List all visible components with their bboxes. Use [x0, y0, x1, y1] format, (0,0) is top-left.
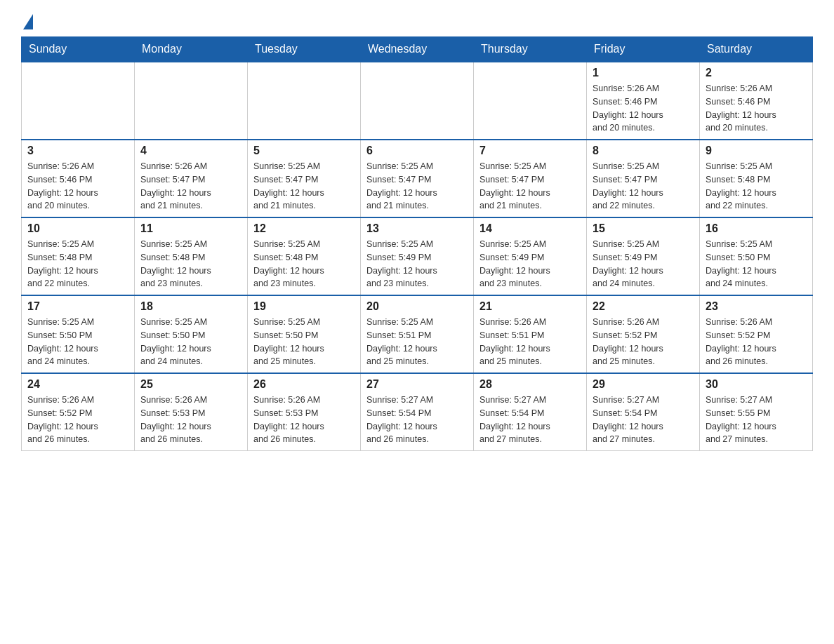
calendar-cell	[474, 62, 587, 140]
day-number: 11	[140, 222, 241, 235]
day-number: 8	[593, 145, 694, 157]
calendar-cell: 13Sunrise: 5:25 AMSunset: 5:49 PMDayligh…	[361, 217, 474, 295]
calendar-cell: 20Sunrise: 5:25 AMSunset: 5:51 PMDayligh…	[361, 295, 474, 373]
day-info: Sunrise: 5:25 AMSunset: 5:48 PMDaylight:…	[253, 238, 355, 290]
day-info: Sunrise: 5:27 AMSunset: 5:54 PMDaylight:…	[479, 394, 581, 446]
calendar-cell	[248, 62, 361, 140]
day-number: 26	[253, 378, 355, 391]
logo-triangle-icon	[23, 14, 33, 29]
day-number: 1	[593, 67, 694, 79]
calendar-cell: 14Sunrise: 5:25 AMSunset: 5:49 PMDayligh…	[474, 217, 587, 295]
day-info: Sunrise: 5:25 AMSunset: 5:48 PMDaylight:…	[706, 160, 807, 213]
day-info: Sunrise: 5:25 AMSunset: 5:47 PMDaylight:…	[593, 160, 694, 213]
day-info: Sunrise: 5:25 AMSunset: 5:47 PMDaylight:…	[253, 160, 355, 213]
day-number: 27	[366, 378, 468, 391]
calendar-cell: 4Sunrise: 5:26 AMSunset: 5:47 PMDaylight…	[135, 140, 248, 217]
day-info: Sunrise: 5:25 AMSunset: 5:50 PMDaylight:…	[253, 316, 355, 368]
day-of-week-header: Sunday	[22, 37, 135, 62]
day-info: Sunrise: 5:27 AMSunset: 5:54 PMDaylight:…	[593, 394, 694, 446]
day-number: 17	[27, 300, 128, 313]
day-number: 4	[140, 145, 241, 157]
calendar-cell: 16Sunrise: 5:25 AMSunset: 5:50 PMDayligh…	[700, 217, 813, 295]
calendar-cell	[22, 62, 135, 140]
day-info: Sunrise: 5:26 AMSunset: 5:51 PMDaylight:…	[479, 316, 581, 368]
day-number: 5	[253, 145, 355, 157]
day-number: 7	[479, 145, 581, 157]
day-info: Sunrise: 5:25 AMSunset: 5:48 PMDaylight:…	[140, 238, 241, 290]
calendar-table: SundayMondayTuesdayWednesdayThursdayFrid…	[21, 36, 813, 451]
day-number: 24	[27, 378, 128, 391]
day-number: 18	[140, 300, 241, 313]
day-info: Sunrise: 5:25 AMSunset: 5:51 PMDaylight:…	[366, 316, 468, 368]
calendar-week-row: 3Sunrise: 5:26 AMSunset: 5:46 PMDaylight…	[22, 140, 813, 217]
calendar-cell	[361, 62, 474, 140]
page-header	[21, 14, 813, 29]
day-number: 6	[366, 145, 468, 157]
day-info: Sunrise: 5:25 AMSunset: 5:48 PMDaylight:…	[27, 238, 128, 290]
day-info: Sunrise: 5:25 AMSunset: 5:50 PMDaylight:…	[140, 316, 241, 368]
day-info: Sunrise: 5:25 AMSunset: 5:49 PMDaylight:…	[593, 238, 694, 290]
day-number: 23	[706, 300, 807, 313]
calendar-cell: 18Sunrise: 5:25 AMSunset: 5:50 PMDayligh…	[135, 295, 248, 373]
day-info: Sunrise: 5:26 AMSunset: 5:52 PMDaylight:…	[593, 316, 694, 368]
day-number: 29	[593, 378, 694, 391]
calendar-cell: 10Sunrise: 5:25 AMSunset: 5:48 PMDayligh…	[22, 217, 135, 295]
day-of-week-header: Thursday	[474, 37, 587, 62]
day-info: Sunrise: 5:26 AMSunset: 5:53 PMDaylight:…	[140, 394, 241, 446]
day-number: 10	[27, 222, 128, 235]
day-info: Sunrise: 5:26 AMSunset: 5:47 PMDaylight:…	[140, 160, 241, 213]
day-info: Sunrise: 5:26 AMSunset: 5:53 PMDaylight:…	[253, 394, 355, 446]
calendar-cell: 8Sunrise: 5:25 AMSunset: 5:47 PMDaylight…	[587, 140, 700, 217]
day-info: Sunrise: 5:25 AMSunset: 5:47 PMDaylight:…	[366, 160, 468, 213]
calendar-cell: 29Sunrise: 5:27 AMSunset: 5:54 PMDayligh…	[587, 373, 700, 451]
day-number: 19	[253, 300, 355, 313]
day-number: 13	[366, 222, 468, 235]
calendar-cell: 7Sunrise: 5:25 AMSunset: 5:47 PMDaylight…	[474, 140, 587, 217]
calendar-cell: 27Sunrise: 5:27 AMSunset: 5:54 PMDayligh…	[361, 373, 474, 451]
calendar-cell: 3Sunrise: 5:26 AMSunset: 5:46 PMDaylight…	[22, 140, 135, 217]
day-number: 28	[479, 378, 581, 391]
logo	[21, 14, 33, 29]
calendar-cell	[135, 62, 248, 140]
day-info: Sunrise: 5:27 AMSunset: 5:55 PMDaylight:…	[706, 394, 807, 446]
day-number: 14	[479, 222, 581, 235]
day-number: 3	[27, 145, 128, 157]
day-of-week-header: Friday	[587, 37, 700, 62]
calendar-cell: 12Sunrise: 5:25 AMSunset: 5:48 PMDayligh…	[248, 217, 361, 295]
calendar-cell: 19Sunrise: 5:25 AMSunset: 5:50 PMDayligh…	[248, 295, 361, 373]
day-number: 30	[706, 378, 807, 391]
calendar-cell: 23Sunrise: 5:26 AMSunset: 5:52 PMDayligh…	[700, 295, 813, 373]
day-info: Sunrise: 5:26 AMSunset: 5:46 PMDaylight:…	[706, 82, 807, 135]
calendar-cell: 24Sunrise: 5:26 AMSunset: 5:52 PMDayligh…	[22, 373, 135, 451]
day-of-week-header: Saturday	[700, 37, 813, 62]
calendar-cell: 6Sunrise: 5:25 AMSunset: 5:47 PMDaylight…	[361, 140, 474, 217]
day-info: Sunrise: 5:25 AMSunset: 5:50 PMDaylight:…	[706, 238, 807, 290]
calendar-cell: 11Sunrise: 5:25 AMSunset: 5:48 PMDayligh…	[135, 217, 248, 295]
day-number: 12	[253, 222, 355, 235]
calendar-cell: 22Sunrise: 5:26 AMSunset: 5:52 PMDayligh…	[587, 295, 700, 373]
calendar-week-row: 1Sunrise: 5:26 AMSunset: 5:46 PMDaylight…	[22, 62, 813, 140]
day-number: 20	[366, 300, 468, 313]
calendar-cell: 9Sunrise: 5:25 AMSunset: 5:48 PMDaylight…	[700, 140, 813, 217]
calendar-cell: 17Sunrise: 5:25 AMSunset: 5:50 PMDayligh…	[22, 295, 135, 373]
day-info: Sunrise: 5:27 AMSunset: 5:54 PMDaylight:…	[366, 394, 468, 446]
day-number: 9	[706, 145, 807, 157]
day-number: 16	[706, 222, 807, 235]
day-info: Sunrise: 5:25 AMSunset: 5:49 PMDaylight:…	[366, 238, 468, 290]
day-info: Sunrise: 5:25 AMSunset: 5:50 PMDaylight:…	[27, 316, 128, 368]
calendar-cell: 25Sunrise: 5:26 AMSunset: 5:53 PMDayligh…	[135, 373, 248, 451]
day-info: Sunrise: 5:26 AMSunset: 5:46 PMDaylight:…	[593, 82, 694, 135]
day-number: 22	[593, 300, 694, 313]
calendar-week-row: 10Sunrise: 5:25 AMSunset: 5:48 PMDayligh…	[22, 217, 813, 295]
calendar-cell: 21Sunrise: 5:26 AMSunset: 5:51 PMDayligh…	[474, 295, 587, 373]
day-of-week-header: Tuesday	[248, 37, 361, 62]
calendar-cell: 2Sunrise: 5:26 AMSunset: 5:46 PMDaylight…	[700, 62, 813, 140]
day-of-week-header: Wednesday	[361, 37, 474, 62]
calendar-cell: 5Sunrise: 5:25 AMSunset: 5:47 PMDaylight…	[248, 140, 361, 217]
day-number: 15	[593, 222, 694, 235]
day-info: Sunrise: 5:26 AMSunset: 5:52 PMDaylight:…	[27, 394, 128, 446]
day-number: 25	[140, 378, 241, 391]
calendar-cell: 1Sunrise: 5:26 AMSunset: 5:46 PMDaylight…	[587, 62, 700, 140]
day-number: 21	[479, 300, 581, 313]
calendar-cell: 26Sunrise: 5:26 AMSunset: 5:53 PMDayligh…	[248, 373, 361, 451]
